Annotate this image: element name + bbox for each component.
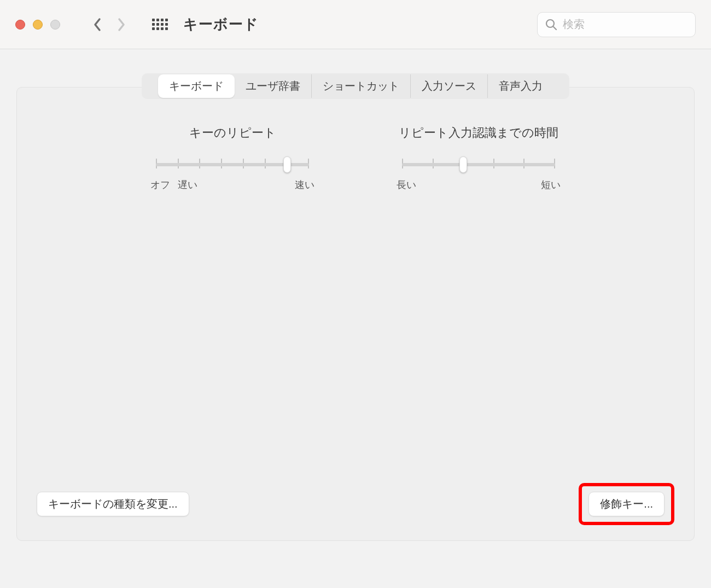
delay-slider[interactable] [402, 156, 555, 173]
window-title: キーボード [183, 15, 259, 34]
grid-icon [152, 19, 168, 30]
modifier-keys-button[interactable]: 修飾キー... [588, 492, 665, 516]
tab-input-sources[interactable]: 入力ソース [411, 74, 488, 98]
close-window-button[interactable] [15, 20, 25, 30]
window-controls [15, 20, 60, 30]
forward-button[interactable] [117, 18, 126, 32]
change-keyboard-type-button[interactable]: キーボードの種類を変更... [37, 492, 189, 516]
tab-shortcuts[interactable]: ショートカット [312, 74, 411, 98]
chevron-right-icon [117, 18, 126, 32]
delay-group: リピート入力認識までの時間 長い 短い [391, 125, 566, 191]
zoom-window-button[interactable] [50, 20, 60, 30]
search-input[interactable] [563, 18, 687, 31]
delay-short-label: 短い [541, 178, 561, 191]
delay-long-label: 長い [397, 178, 416, 191]
show-all-button[interactable] [152, 19, 168, 30]
chevron-left-icon [93, 18, 102, 32]
key-repeat-group: キーのリピート オフ 遅い 速い [145, 125, 320, 191]
titlebar: キーボード [0, 0, 711, 49]
key-repeat-slider[interactable] [156, 156, 309, 173]
delay-label: リピート入力認識までの時間 [399, 125, 558, 141]
search-icon [545, 19, 557, 31]
key-repeat-slow-label: 遅い [178, 178, 197, 191]
tab-user-dictionary[interactable]: ユーザ辞書 [235, 74, 312, 98]
key-repeat-label: キーのリピート [189, 125, 276, 141]
search-field[interactable] [537, 12, 696, 37]
key-repeat-fast-label: 速い [295, 178, 314, 191]
preferences-panel: キーのリピート オフ 遅い 速い リピート入力認識までの時間 [16, 87, 695, 541]
svg-line-1 [553, 26, 557, 30]
key-repeat-thumb[interactable] [283, 156, 291, 173]
nav-buttons [93, 18, 126, 32]
highlight-annotation: 修飾キー... [579, 483, 674, 525]
tab-keyboard[interactable]: キーボード [158, 74, 235, 98]
delay-thumb[interactable] [459, 156, 467, 173]
tab-dictation[interactable]: 音声入力 [488, 74, 553, 98]
minimize-window-button[interactable] [33, 20, 43, 30]
back-button[interactable] [93, 18, 102, 32]
key-repeat-off-label: オフ [150, 178, 170, 191]
tab-bar: キーボード ユーザ辞書 ショートカット 入力ソース 音声入力 [142, 73, 569, 99]
